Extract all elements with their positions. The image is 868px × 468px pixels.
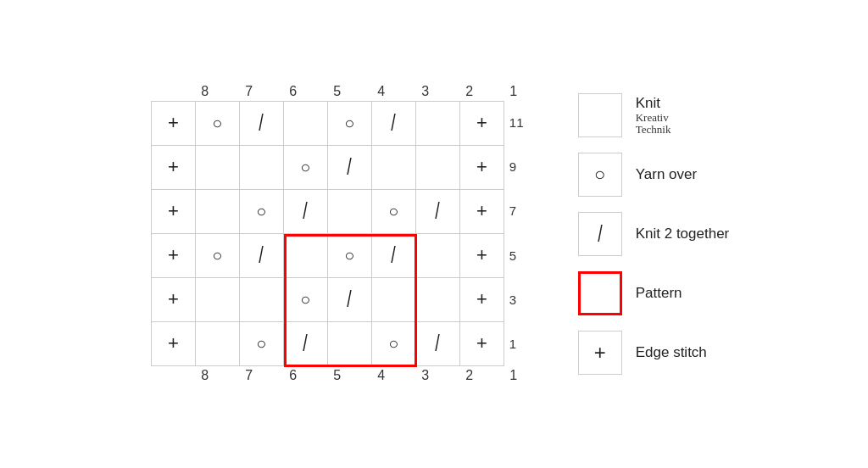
cell-r2c8: + (460, 146, 504, 190)
legend-yarn-over-symbol: ○ (594, 164, 605, 186)
cell-r5c4: ○ (284, 278, 328, 322)
legend-k2tog: / Knit 2 together (578, 212, 730, 256)
row-label-11: 11 (509, 101, 524, 145)
cell-r3c7: / (416, 190, 460, 234)
cell-r2c2 (196, 146, 240, 190)
stitch-grid: + ○ / ○ / + + ○ / + + ○ (151, 101, 504, 366)
col-label-3: 3 (403, 84, 448, 99)
cell-r3c3: ○ (240, 190, 284, 234)
top-col-labels: 8 7 6 5 4 3 2 1 (139, 84, 536, 99)
cell-r5c6 (372, 278, 416, 322)
cell-r6c8: + (460, 322, 504, 366)
bottom-col-labels: 8 7 6 5 4 3 2 1 (139, 368, 536, 383)
bot-col-label-8: 8 (183, 368, 227, 383)
bot-col-label-4: 4 (359, 368, 403, 383)
legend-pattern-label: Pattern (636, 285, 682, 302)
row-label-1: 1 (509, 321, 524, 365)
cell-r4c1: + (152, 234, 196, 278)
cell-r3c4: / (284, 190, 328, 234)
cell-r2c5: / (328, 146, 372, 190)
cell-r4c8: + (460, 234, 504, 278)
cell-r1c3: / (240, 102, 284, 146)
cell-r3c2 (196, 190, 240, 234)
bot-col-label-7: 7 (227, 368, 271, 383)
row-label-3: 3 (509, 277, 524, 321)
legend-k2tog-label: Knit 2 together (636, 226, 730, 242)
cell-r5c3 (240, 278, 284, 322)
cell-r6c3: ○ (240, 322, 284, 366)
cell-r4c5: ○ (328, 234, 372, 278)
cell-r1c8: + (460, 102, 504, 146)
cell-r3c1: + (152, 190, 196, 234)
cell-r3c8: + (460, 190, 504, 234)
cell-r4c2: ○ (196, 234, 240, 278)
legend-yarn-over-label: Yarn over (636, 166, 697, 183)
legend-knit-box (578, 93, 622, 137)
row-label-9: 9 (509, 145, 524, 189)
cell-r2c1: + (152, 146, 196, 190)
bot-col-label-6: 6 (271, 368, 315, 383)
col-label-7: 7 (227, 84, 271, 99)
cell-r6c1: + (152, 322, 196, 366)
col-label-4: 4 (359, 84, 403, 99)
legend-yarn-over: ○ Yarn over (578, 153, 730, 197)
cell-r6c5 (328, 322, 372, 366)
cell-r1c7 (416, 102, 460, 146)
legend-knit-label: Knit (636, 95, 671, 112)
cell-r2c3 (240, 146, 284, 190)
col-label-8: 8 (183, 84, 227, 99)
bot-col-label-3: 3 (403, 368, 448, 383)
cell-r1c5: ○ (328, 102, 372, 146)
col-label-2: 2 (448, 84, 492, 99)
legend-edge-stitch-label: Edge stitch (636, 344, 707, 361)
cell-r5c2 (196, 278, 240, 322)
cell-r3c5 (328, 190, 372, 234)
cell-r4c3: / (240, 234, 284, 278)
cell-r6c6: ○ (372, 322, 416, 366)
legend-knit-label-group: Knit KreativTechnik (636, 95, 671, 136)
legend-knit: Knit KreativTechnik (578, 93, 730, 137)
grid-with-labels: + ○ / ○ / + + ○ / + + ○ (151, 101, 524, 366)
legend-k2tog-box: / (578, 212, 622, 256)
cell-r4c4 (284, 234, 328, 278)
cell-r2c4: ○ (284, 146, 328, 190)
cell-r3c6: ○ (372, 190, 416, 234)
col-label-6: 6 (271, 84, 315, 99)
bot-col-label-2: 2 (448, 368, 492, 383)
legend: Knit KreativTechnik ○ Yarn over / Knit 2… (578, 93, 730, 375)
grid-section: 8 7 6 5 4 3 2 1 + ○ / ○ / + + (139, 84, 536, 385)
col-label-5: 5 (315, 84, 359, 99)
row-label-5: 5 (509, 233, 524, 277)
cell-r6c2 (196, 322, 240, 366)
cell-r1c1: + (152, 102, 196, 146)
cell-r6c4: / (284, 322, 328, 366)
cell-r5c5: / (328, 278, 372, 322)
cell-r6c7: / (416, 322, 460, 366)
legend-pattern-box (578, 271, 622, 315)
row-labels: 11 9 7 5 3 1 (504, 101, 524, 366)
legend-yarn-over-box: ○ (578, 153, 622, 197)
knit-logo-text: KreativTechnik (636, 112, 671, 136)
legend-pattern: Pattern (578, 271, 730, 315)
cell-r5c7 (416, 278, 460, 322)
main-container: 8 7 6 5 4 3 2 1 + ○ / ○ / + + (122, 67, 747, 402)
legend-edge-stitch: + Edge stitch (578, 331, 730, 375)
col-label-1: 1 (492, 84, 536, 99)
cell-r1c6: / (372, 102, 416, 146)
cell-r2c6 (372, 146, 416, 190)
cell-r1c2: ○ (196, 102, 240, 146)
cell-r4c7 (416, 234, 460, 278)
cell-r5c1: + (152, 278, 196, 322)
legend-edge-stitch-symbol: + (594, 341, 606, 365)
cell-r1c4 (284, 102, 328, 146)
row-label-7: 7 (509, 189, 524, 233)
cell-r2c7 (416, 146, 460, 190)
bot-col-label-5: 5 (315, 368, 359, 383)
legend-edge-stitch-box: + (578, 331, 622, 375)
cell-r5c8: + (460, 278, 504, 322)
cell-r4c6: / (372, 234, 416, 278)
legend-k2tog-symbol: / (598, 222, 602, 246)
bot-col-label-1: 1 (492, 368, 536, 383)
